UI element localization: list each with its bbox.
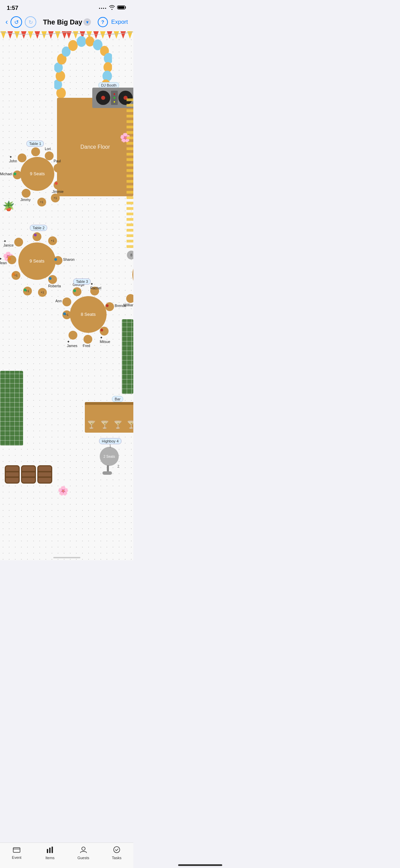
highboy-4-stem	[107, 465, 109, 472]
page-title: The Big Day	[43, 18, 82, 26]
back-button[interactable]: ‹	[5, 18, 8, 26]
seat-jean: ✦ Jean	[7, 255, 16, 264]
seat-mitsue: ✦ Mitsue	[100, 327, 109, 336]
seat-jimmy: Jimmy	[22, 189, 31, 198]
status-icons: ••••	[99, 5, 127, 11]
battery-icon	[117, 5, 127, 11]
flower-right-bottom: 🌸	[58, 486, 69, 496]
seat-r-plus1-b2: +1	[38, 288, 47, 297]
trellis-left	[0, 371, 23, 446]
redo-button[interactable]: ↻	[25, 16, 36, 28]
barrel-3	[37, 465, 52, 484]
seat-julia: Julia	[31, 147, 40, 156]
dj-disc-left	[96, 91, 110, 105]
nav-bar: ‹ ↺ ↻ The Big Day ▾ ? Export	[0, 14, 133, 31]
seat-george: George	[73, 287, 81, 296]
status-bar: 1:57 ••••	[0, 0, 133, 14]
seat-roberta: Roberta	[48, 275, 57, 284]
table-1-seats: 9 Seats	[30, 171, 45, 177]
dance-floor: Dance Floor	[57, 98, 133, 196]
streamers-right	[127, 98, 133, 248]
seat-r-plus1-tr: +1	[48, 236, 57, 245]
seat-james: ✦ James	[69, 331, 77, 340]
export-button[interactable]: Export	[111, 19, 128, 25]
table-1-label: Table 1	[26, 141, 44, 147]
svg-rect-1	[118, 6, 125, 9]
seat-r-plus1-l: +1	[12, 271, 20, 280]
bar: 🍸 🍸 🍸 🍸 🍸	[85, 402, 133, 433]
seat-t4-8: 8	[127, 251, 133, 259]
canvas: Dance Floor DJ Booth 🪴 🌸 🌸 🌸 🌸 Table 1 9…	[0, 31, 133, 560]
seat-fred: Fred	[83, 335, 92, 344]
signal-icon: ••••	[99, 6, 107, 10]
bar-glass-2: 🍸	[100, 420, 109, 429]
seat-plus1-br: +1	[51, 194, 60, 202]
highboy-4-num-1: 1	[109, 444, 111, 448]
barrel-1	[5, 465, 20, 484]
seat-janice: ✦ Janice	[14, 238, 23, 247]
highboy-4-label: Highboy 4	[99, 438, 121, 444]
chevron-down-icon[interactable]: ▾	[83, 18, 91, 26]
nav-left: ‹ ↺ ↻	[5, 16, 36, 28]
highboy-4-base	[102, 471, 112, 475]
nav-right: ? Export	[98, 17, 128, 27]
bar-label: Bar	[112, 396, 123, 402]
highboy-4-top[interactable]: 2 Seats	[100, 447, 119, 466]
table-2-circle[interactable]: 9 Seats	[18, 242, 56, 280]
svg-point-9	[77, 36, 86, 47]
svg-point-8	[68, 40, 78, 51]
seat-t4-william-bl: William	[126, 294, 133, 303]
plant-left-top: 🪴	[3, 200, 15, 212]
dance-floor-label: Dance Floor	[80, 144, 110, 150]
nav-title-wrap: The Big Day ▾	[43, 18, 91, 26]
seat-paul: Paul	[54, 164, 62, 173]
seat-brenda: Brenda	[105, 302, 114, 311]
seat-t3-plus1: +1	[62, 310, 71, 319]
highboy-4-seats: 2 Seats	[103, 455, 115, 458]
table-3-seats: 8 Seats	[81, 312, 96, 317]
trellis-right	[122, 319, 133, 394]
seat-robert: Robert	[33, 232, 41, 241]
bar-glass-4: 🍸	[127, 420, 133, 429]
seat-rachel: ✦ Rachel	[90, 287, 99, 295]
seat-michael: ✦ Michael	[13, 170, 22, 179]
table-2-seats: 9 Seats	[30, 258, 44, 264]
seat-ann: Ann	[62, 297, 71, 306]
bar-glass-3: 🍸	[113, 420, 122, 429]
table-2-label: Table 2	[30, 225, 47, 231]
barrel-2	[21, 465, 36, 484]
seat-sharon: Sharon	[54, 256, 62, 265]
seat-lori: Lori	[45, 151, 54, 160]
seat-r-plus1-bl: +1	[23, 287, 32, 295]
seat-plus1-b: +1	[37, 198, 46, 206]
table-4-circle[interactable]: 8 Seats	[132, 256, 133, 293]
wifi-icon	[109, 5, 115, 11]
help-button[interactable]: ?	[98, 17, 108, 27]
table-3-label: Table 3	[73, 278, 91, 285]
highboy-4-num-2: 2	[117, 465, 119, 468]
seat-john: ✦ John	[18, 153, 26, 162]
status-time: 1:57	[7, 5, 18, 12]
bar-glass-1: 🍸	[87, 420, 96, 429]
undo-button[interactable]: ↺	[11, 16, 22, 28]
scroll-indicator	[53, 557, 80, 558]
seat-jimmie: Jimmie	[54, 181, 62, 189]
barrels-group	[5, 465, 52, 484]
